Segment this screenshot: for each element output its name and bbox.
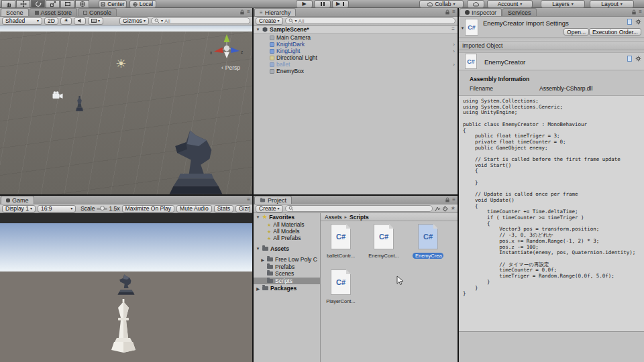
project-search-input[interactable] <box>285 205 433 212</box>
foldout-icon[interactable]: ▶ <box>256 286 260 291</box>
project-create-dropdown[interactable]: Create▾ <box>256 205 283 213</box>
tab-scene[interactable]: Scene <box>1 8 29 16</box>
prefab-arrow-icon[interactable]: › <box>453 62 455 68</box>
project-folder-scenes[interactable]: Scenes <box>254 270 320 277</box>
foldout-icon[interactable]: ▶ <box>260 257 265 262</box>
search-by-label-icon[interactable] <box>443 206 449 212</box>
breadcrumb-current[interactable]: Scripts <box>350 214 369 221</box>
help-doc-icon[interactable] <box>627 56 632 62</box>
open-button[interactable]: Open... <box>564 28 589 36</box>
game-gizmos-dropdown[interactable]: Gizmos <box>235 205 250 213</box>
breadcrumb-root[interactable]: Assets <box>325 214 342 221</box>
lock-icon[interactable] <box>445 9 450 15</box>
panel-menu-icon[interactable]: ≡ <box>639 9 642 15</box>
play-button[interactable]: ▶ <box>296 0 313 8</box>
project-favorites-row[interactable]: ▼★Favorites <box>254 214 320 221</box>
aspect-dropdown[interactable]: 16:9▾ <box>38 205 76 213</box>
file-balletcontroller[interactable]: C# balletContr... <box>325 224 356 261</box>
stats-button[interactable]: Stats <box>214 205 233 213</box>
layers-dropdown[interactable]: Layers▾ <box>541 0 585 8</box>
hierarchy-item-directional-light[interactable]: Directional Light <box>254 54 458 61</box>
tab-console[interactable]: Console <box>78 8 117 16</box>
script-source-preview[interactable]: using System.Collections; using System.C… <box>459 96 644 332</box>
prefab-arrow-icon[interactable]: › <box>453 48 455 54</box>
project-folder-scripts[interactable]: Scripts <box>254 278 320 284</box>
hand-tool-button[interactable] <box>1 0 15 8</box>
help-doc-icon[interactable] <box>627 19 632 25</box>
rect-tool-button[interactable] <box>60 0 74 8</box>
chess-piece-small[interactable] <box>75 95 84 113</box>
tab-asset-store[interactable]: Asset Store <box>30 8 78 16</box>
shaded-dropdown[interactable]: Shaded▾ <box>2 17 42 25</box>
gear-icon[interactable] <box>635 56 641 62</box>
persp-toggle[interactable]: ‹Persp <box>221 64 240 71</box>
pause-button[interactable] <box>314 0 331 8</box>
lock-icon[interactable] <box>631 9 637 15</box>
scene-options-icon[interactable]: ≡ <box>451 27 455 32</box>
gizmos-dropdown[interactable]: Gizmos▾ <box>119 17 149 25</box>
prefab-arrow-icon[interactable]: › <box>453 42 455 48</box>
hierarchy-item-ballet[interactable]: ballet› <box>254 61 458 68</box>
scene-effects-button[interactable]: ▾ <box>88 17 103 25</box>
execution-order-button[interactable]: Execution Order... <box>589 28 641 36</box>
transform-tool-button[interactable] <box>75 0 89 8</box>
scene-search-input[interactable]: ▾ All <box>151 17 250 24</box>
scene-viewport[interactable]: ☀ x z ‹Persp <box>0 25 252 194</box>
gear-icon[interactable] <box>635 19 641 25</box>
pivot-center-button[interactable]: Center <box>99 0 127 8</box>
foldout-icon[interactable]: ▼ <box>256 27 260 32</box>
move-tool-button[interactable] <box>16 0 30 8</box>
layout-dropdown[interactable]: Layout▾ <box>590 0 634 8</box>
knight-dark-object[interactable] <box>166 123 225 194</box>
foldout-icon[interactable]: ▼ <box>256 215 260 219</box>
scene-axis-gizmo[interactable]: x z <box>209 34 244 63</box>
maximize-on-play-button[interactable]: Maximize On Play <box>122 205 175 213</box>
space-local-button[interactable]: Local <box>129 0 156 8</box>
file-enemycreator[interactable]: C# EnemyCrea... <box>413 224 443 261</box>
hierarchy-scene-row[interactable]: ▼ SampleScene* ≡ <box>254 26 458 34</box>
favorites-toggle-icon[interactable]: ★ <box>451 206 455 211</box>
tab-inspector[interactable]: Inspector <box>460 8 502 16</box>
scene-audio-button[interactable] <box>74 17 86 25</box>
display-dropdown[interactable]: Display 1▾ <box>2 205 36 213</box>
lock-icon[interactable] <box>239 9 245 15</box>
project-files-area[interactable]: Assets ▸ Scripts C# balletContr... C# En… <box>321 213 458 362</box>
panel-menu-icon[interactable]: ≡ <box>452 9 455 15</box>
project-folder-free-low-poly[interactable]: ▶Free Low Poly C <box>254 256 320 263</box>
tab-game[interactable]: Game <box>1 196 34 204</box>
directional-light-gizmo[interactable]: ☀ <box>115 56 126 71</box>
camera-gizmo[interactable] <box>52 91 64 99</box>
foldout-icon[interactable]: ▼ <box>256 247 260 251</box>
account-dropdown[interactable]: Account▾ <box>487 0 533 8</box>
tab-hierarchy[interactable]: ≡Hierarchy <box>254 8 296 16</box>
scale-tool-button[interactable] <box>46 0 60 8</box>
scene-lighting-button[interactable]: ☀ <box>60 17 72 25</box>
project-all-models-row[interactable]: ★All Models <box>254 228 320 235</box>
hierarchy-search-input[interactable]: ▾ All <box>285 17 455 24</box>
tab-services[interactable]: Services <box>502 8 537 16</box>
project-assets-row[interactable]: ▼Assets <box>254 245 320 252</box>
project-folder-prefabs[interactable]: Prefabs <box>254 263 320 270</box>
foldout-icon[interactable]: ▼ <box>460 26 465 30</box>
rotate-tool-button[interactable] <box>31 0 45 8</box>
search-by-type-icon[interactable] <box>435 206 441 212</box>
tab-project[interactable]: Project <box>254 196 292 204</box>
panel-menu-icon[interactable]: ≡ <box>247 197 250 202</box>
panel-menu-icon[interactable]: ≡ <box>247 9 250 15</box>
hierarchy-create-dropdown[interactable]: Create▾ <box>256 17 283 25</box>
file-playercontroller[interactable]: C# PlayerCont... <box>325 269 356 307</box>
hierarchy-item-enemybox[interactable]: EnemyBox <box>254 68 458 74</box>
project-all-materials-row[interactable]: ★All Materials <box>254 221 320 228</box>
hierarchy-item-main-camera[interactable]: Main Camera <box>254 34 458 41</box>
hierarchy-item-kinglight[interactable]: KingLight› <box>254 48 458 54</box>
project-packages-row[interactable]: ▶Packages <box>254 285 320 292</box>
lock-icon[interactable] <box>445 197 450 202</box>
2d-toggle-button[interactable]: 2D <box>44 17 58 25</box>
mute-audio-button[interactable]: Mute Audio <box>176 205 212 213</box>
cloud-button[interactable] <box>467 0 484 8</box>
game-viewport[interactable] <box>0 213 252 362</box>
scale-slider[interactable] <box>97 208 107 210</box>
step-button[interactable]: ▶ <box>332 0 349 8</box>
file-enemycontroller[interactable]: C# EnemyCont... <box>368 224 399 261</box>
project-all-prefabs-row[interactable]: ★All Prefabs <box>254 235 320 241</box>
